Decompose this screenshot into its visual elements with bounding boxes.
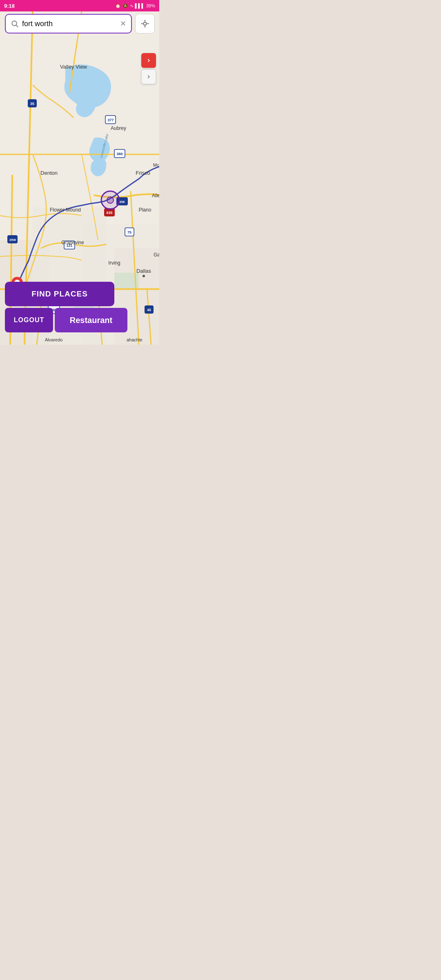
svg-text:377: 377	[107, 118, 114, 122]
bottom-row: LOGOUT Restaurant	[5, 308, 154, 332]
svg-text:Frisco: Frisco	[136, 170, 150, 176]
svg-line-64	[16, 25, 18, 27]
logout-button[interactable]: LOGOUT	[5, 308, 53, 332]
svg-text:Grapevine: Grapevine	[61, 240, 84, 245]
svg-text:380: 380	[116, 152, 122, 156]
search-input-wrapper[interactable]: ✕	[5, 14, 132, 33]
wifi-icon: ∿	[130, 3, 134, 9]
search-icon	[11, 20, 19, 28]
search-bar: ✕	[5, 14, 154, 33]
mute-icon: 🔕	[122, 3, 128, 9]
svg-text:ahachie: ahachie	[127, 337, 143, 342]
bottom-buttons: FIND PLACES LOGOUT Restaurant	[5, 282, 154, 332]
svg-text:635: 635	[106, 211, 112, 215]
svg-text:Ga: Ga	[154, 252, 159, 258]
svg-text:Aubrey: Aubrey	[111, 125, 126, 131]
svg-text:Plano: Plano	[139, 207, 151, 213]
my-location-button[interactable]	[135, 14, 155, 33]
svg-text:Irving: Irving	[108, 260, 120, 266]
map-side-button-grey[interactable]	[141, 69, 156, 84]
restaurant-button[interactable]: Restaurant	[55, 308, 127, 332]
status-time: 9:18	[4, 3, 15, 9]
search-input[interactable]	[22, 20, 117, 28]
svg-point-65	[143, 22, 146, 25]
svg-point-63	[12, 21, 17, 26]
svg-text:Valley View: Valley View	[60, 64, 87, 70]
alarm-icon: ⏰	[115, 3, 121, 9]
svg-text:35: 35	[30, 102, 34, 106]
svg-text:Alvaredo: Alvaredo	[45, 337, 62, 342]
svg-text:Mc: Mc	[153, 163, 159, 167]
location-icon	[140, 19, 149, 28]
map-side-button-red[interactable]	[141, 53, 156, 68]
chevron-right-icon	[146, 58, 151, 63]
svg-text:35E: 35E	[119, 200, 125, 204]
battery-indicator: 39%	[146, 3, 155, 8]
svg-text:Alle: Alle	[152, 193, 159, 198]
side-buttons	[141, 53, 156, 84]
chevron-right-icon-2	[146, 74, 151, 80]
svg-point-51	[143, 275, 145, 277]
svg-text:Denton: Denton	[40, 170, 58, 176]
svg-text:75: 75	[127, 230, 131, 234]
status-icons: ⏰ 🔕 ∿ ▌▌▌ 39%	[115, 3, 155, 9]
svg-text:Dallas: Dallas	[136, 268, 151, 274]
signal-icon: ▌▌▌	[135, 3, 145, 8]
svg-text:Flower Mound: Flower Mound	[50, 207, 81, 213]
svg-point-41	[107, 197, 114, 203]
status-bar: 9:18 ⏰ 🔕 ∿ ▌▌▌ 39%	[0, 0, 159, 11]
clear-icon[interactable]: ✕	[120, 19, 126, 28]
find-places-button[interactable]: FIND PLACES	[5, 282, 114, 306]
svg-text:35W: 35W	[9, 238, 16, 242]
